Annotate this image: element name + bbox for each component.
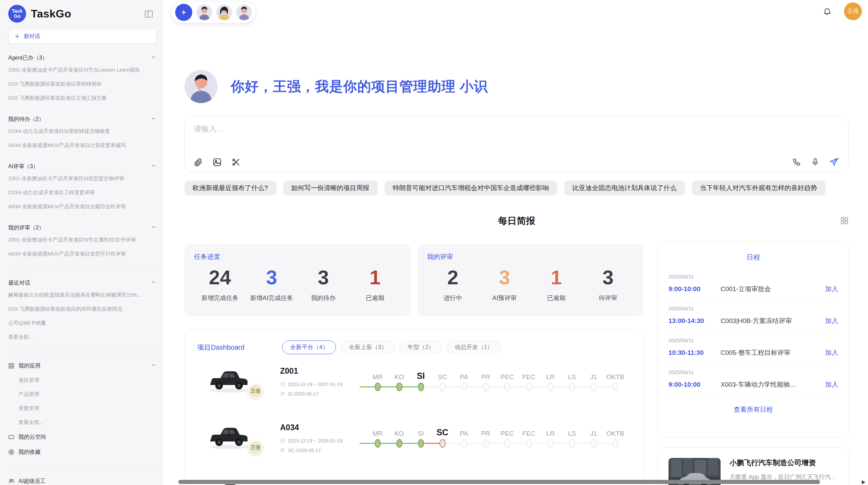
dashboard-tab[interactable]: 全新上装（3） bbox=[341, 340, 395, 354]
suggestion-chip[interactable]: 比亚迪全固态电池计划具体说了什么 bbox=[564, 181, 685, 196]
dashboard-tabs: 全新平台（4）全新上装（3）年型（2）动总开发（1） bbox=[282, 340, 501, 354]
avatar[interactable] bbox=[216, 4, 232, 20]
join-link[interactable]: 加入 bbox=[821, 380, 838, 389]
stat-label: 新增AI完成任务 bbox=[246, 294, 298, 302]
milestone-line bbox=[367, 443, 375, 444]
suggestion-chip[interactable]: 特朗普可能对进口汽车增税会对中国车企造成哪些影响 bbox=[385, 181, 557, 196]
sidebar-section-header[interactable]: 我的评审（2） bbox=[8, 223, 156, 233]
dashboard-title: 项目Dashboard bbox=[197, 343, 282, 352]
scrollbar-thumb[interactable] bbox=[178, 480, 820, 484]
milestone-line bbox=[475, 443, 483, 444]
recent-chat-item[interactable]: 公司Q3轻卡销量 bbox=[8, 316, 156, 330]
layout-grid-icon[interactable] bbox=[840, 216, 849, 226]
milestone-dot bbox=[483, 439, 489, 448]
dashboard-tab[interactable]: 全新平台（4） bbox=[282, 340, 336, 354]
app-item[interactable]: 项目管理 bbox=[19, 373, 156, 387]
join-link[interactable]: 加入 bbox=[821, 348, 838, 357]
greeting-text: 你好，王强，我是你的项目管理助理 小识 bbox=[231, 77, 488, 96]
app-item[interactable]: 产品管理 bbox=[19, 387, 156, 401]
scrollbar-right-arrow[interactable] bbox=[862, 480, 865, 484]
suggestion-chip[interactable]: 如何写一份清晰的项目周报 bbox=[283, 181, 378, 196]
recent-chat-item[interactable]: 解释最新出台的欧盟报废车法规再生塑料比例被调至15%... bbox=[8, 288, 156, 302]
news-title: 小鹏飞行汽车制造公司增资 bbox=[730, 458, 835, 467]
schedule-list: 2025/03/119:00-10:00C001-立项审批会加入2025/03/… bbox=[668, 270, 838, 397]
milestone-dot-row bbox=[604, 382, 626, 393]
sidebar-item[interactable]: Z001-全新燃油轻卡产品开发项目SI节点属性5D文件评审 bbox=[8, 233, 156, 247]
milestone-label: PEC bbox=[496, 364, 518, 382]
milestone-line bbox=[489, 443, 497, 444]
sidebar-item[interactable]: C0X4-动力总成开发项目SI里程碑提交物检查 bbox=[8, 124, 156, 138]
sidebar-item-ai-employee[interactable]: AI超级员工 bbox=[8, 474, 156, 485]
sidebar-item[interactable]: A034-全新新能源MUV产品开发项目计划变更表编写 bbox=[8, 138, 156, 152]
milestone: SC bbox=[432, 364, 453, 393]
plus-icon bbox=[14, 33, 20, 39]
image-icon[interactable] bbox=[213, 158, 222, 167]
dashboard-tab[interactable]: 动总开发（1） bbox=[447, 340, 501, 354]
milestone-label: PR bbox=[475, 420, 496, 438]
new-chat-button[interactable]: 新对话 bbox=[8, 29, 156, 44]
recent-chat-item[interactable]: C02-飞腾新能源轻客改款项目的闭环通告反馈情况 bbox=[8, 302, 156, 316]
stat-value: 3 bbox=[246, 266, 298, 289]
milestone-dot bbox=[526, 383, 532, 391]
avatar[interactable] bbox=[236, 4, 252, 20]
sidebar-item[interactable]: A034-全新新能源MUV产品开发项目法规符合性评审 bbox=[8, 200, 156, 214]
notification-bell-icon[interactable] bbox=[823, 7, 832, 16]
microphone-icon[interactable] bbox=[811, 158, 820, 166]
sidebar-item-cloud-space[interactable]: 我的云空间 bbox=[8, 430, 156, 445]
project-flag-label: SI-2025-05-17 bbox=[288, 391, 319, 397]
recent-chat-item[interactable]: 查看全部... bbox=[8, 330, 156, 344]
stat-label: 我的待办 bbox=[298, 294, 349, 302]
milestone: FEC bbox=[518, 420, 540, 449]
schedule-item-main: 9:00-10:00X003-车辆动力学性能验...加入 bbox=[668, 380, 838, 389]
sidebar-section-header[interactable]: 我的待办（2） bbox=[8, 114, 156, 124]
send-icon[interactable] bbox=[829, 157, 839, 167]
milestone-dot bbox=[461, 383, 467, 391]
dashboard-tab[interactable]: 年型（2） bbox=[400, 340, 442, 354]
app-item[interactable]: 查看全部... bbox=[19, 415, 156, 430]
my-apps-header[interactable]: 我的应用 bbox=[8, 358, 156, 373]
join-link[interactable]: 加入 bbox=[821, 285, 838, 294]
milestone-line bbox=[410, 443, 418, 444]
session-pill bbox=[171, 1, 256, 23]
chevron-up-icon bbox=[151, 279, 156, 286]
chat-input[interactable] bbox=[185, 116, 848, 150]
suggestion-chip[interactable]: 当下年轻人对汽车外观有怎样的喜好趋势 bbox=[692, 181, 825, 196]
sidebar-collapse-icon[interactable] bbox=[143, 9, 154, 20]
phone-icon[interactable] bbox=[792, 158, 801, 166]
new-session-button[interactable] bbox=[175, 4, 192, 21]
schedule-name: C005-整车工程目标评审 bbox=[721, 348, 821, 357]
sidebar-item[interactable]: C02-飞腾新能源轻客改款项目立项汇报方案 bbox=[8, 91, 156, 105]
left-column: 任务进度24新增完成任务3新增AI完成任务3我的待办1已逾期我的评审2进行中3A… bbox=[184, 244, 643, 485]
sidebar-item[interactable]: Z001-全新燃油皮卡产品开发项目SI节点Lesson Learn报告 bbox=[8, 63, 156, 77]
sidebar-item[interactable]: A034-全新新能源MUV产品开发项目造型可行性评审 bbox=[8, 247, 156, 261]
suggestion-chip[interactable]: 欧洲新规最近颁布了什么? bbox=[184, 181, 276, 196]
paperclip-icon[interactable] bbox=[194, 158, 203, 167]
milestone-line bbox=[432, 386, 440, 387]
sidebar-item[interactable]: C0X4-动力总成开发项目工程变更评审 bbox=[8, 186, 156, 200]
milestone-dot-row bbox=[583, 438, 604, 449]
ai-employee-label: AI超级员工 bbox=[19, 478, 46, 485]
sidebar-section-header[interactable]: AI评审（3） bbox=[8, 161, 156, 172]
join-link[interactable]: 加入 bbox=[821, 316, 838, 325]
people-icon bbox=[8, 478, 14, 484]
stat-label: 进行中 bbox=[427, 294, 479, 302]
avatar[interactable] bbox=[196, 4, 212, 20]
sidebar-item[interactable]: C02-飞腾新能源轻客改款项目里程碑画布 bbox=[8, 77, 156, 91]
user-avatar[interactable]: 王强 bbox=[844, 2, 862, 20]
milestone-dot bbox=[375, 439, 381, 448]
scissors-icon[interactable] bbox=[231, 158, 241, 167]
sidebar-section-header[interactable]: Agent已办（3） bbox=[8, 53, 156, 63]
milestone-dot-row bbox=[453, 382, 475, 393]
milestone-dot bbox=[418, 439, 424, 448]
project-thumbnail: 王强 bbox=[207, 364, 265, 399]
view-all-schedule-link[interactable]: 查看所有日程 bbox=[668, 405, 838, 414]
milestone-line bbox=[388, 386, 397, 387]
milestone-label: LR bbox=[540, 364, 561, 382]
sidebar-item[interactable]: Z001-全新燃油轻卡产品开发项目SI造型提交物评审 bbox=[8, 172, 156, 186]
milestone: KO bbox=[388, 364, 410, 393]
app-item[interactable]: 变更管理 bbox=[19, 401, 156, 415]
recent-chats-header[interactable]: 最近对话 bbox=[8, 278, 156, 288]
milestone-line bbox=[402, 386, 410, 387]
sidebar-item-favorites[interactable]: 我的收藏 bbox=[8, 445, 156, 460]
milestone-line bbox=[540, 386, 548, 387]
